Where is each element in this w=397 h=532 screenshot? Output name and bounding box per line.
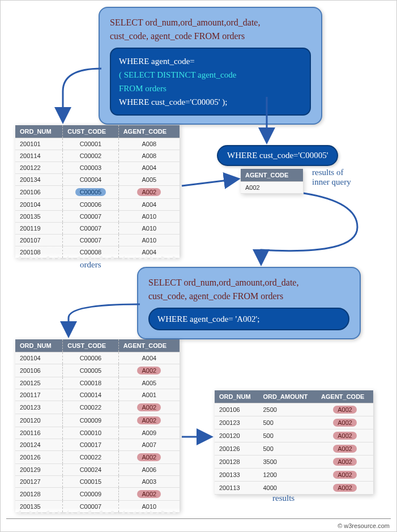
cell: A004	[118, 162, 180, 174]
cell: A001	[118, 389, 180, 401]
cell: 200134	[15, 174, 63, 186]
col-res-ord-num: ORD_NUM	[215, 390, 258, 403]
col-res-ord-amount: ORD_AMOUNT	[258, 390, 317, 403]
cell: C00018	[63, 377, 118, 389]
table-row: 200120500A002	[215, 429, 373, 442]
cell: C00007	[63, 211, 118, 223]
inner-result-label: results of inner query	[312, 168, 351, 187]
table-row: 200135C00007A010	[15, 501, 180, 513]
sql-select-line1: SELECT ord_num,ord_amount,ord_date,	[110, 16, 311, 29]
cell: C00014	[63, 389, 118, 401]
cell: C00006	[63, 352, 118, 364]
cell: 200128	[215, 456, 258, 469]
col-res-agent-code: AGENT_CODE	[317, 390, 373, 403]
cell: A010	[118, 223, 180, 235]
sql-subquery-line2: FROM orders	[119, 84, 167, 93]
cell: C00010	[63, 427, 118, 439]
cell: A010	[118, 501, 180, 513]
orders-label-1: orders	[80, 260, 101, 270]
cell: 200106	[15, 186, 63, 199]
cell: C00005	[63, 186, 118, 199]
table-row: 200101C00001A008	[15, 138, 180, 150]
table-row: 2001134000A002	[215, 482, 373, 495]
cell: 200104	[15, 199, 63, 211]
cell: A008	[118, 138, 180, 150]
table-row: 200116C00010A009	[15, 427, 180, 439]
cell: 200106	[15, 364, 63, 377]
orders-table-2: ORD_NUM CUST_CODE AGENT_CODE 200104C0000…	[15, 339, 180, 512]
table-row: 200126500A002	[215, 442, 373, 456]
cell: 200119	[15, 223, 63, 235]
cell: 200135	[15, 211, 63, 223]
cell: A002	[317, 482, 373, 495]
where-cust-pill: WHERE cust_code='C00005'	[217, 145, 338, 166]
cell: A004	[118, 199, 180, 211]
cell: A009	[118, 427, 180, 439]
cell: A002	[317, 456, 373, 469]
table-row: 200134C00004A005	[15, 174, 180, 186]
cell: A002	[317, 469, 373, 482]
cell: A002	[317, 442, 373, 456]
footer-divider	[6, 518, 391, 519]
cell: 2500	[258, 403, 317, 416]
table-row: 200124C00017A007	[15, 439, 180, 451]
table-row: 200106C00005A002	[15, 186, 180, 199]
table-row: 200107C00007A010	[15, 235, 180, 246]
cell: A002	[317, 403, 373, 416]
cell: A003	[118, 476, 180, 488]
cell: A004	[118, 352, 180, 364]
sql-resolved-line2: cust_code, agent_code FROM orders	[148, 290, 349, 303]
col-agent-code-2: AGENT_CODE	[118, 339, 180, 352]
sql-where-clause: WHERE agent_code=	[119, 54, 302, 68]
cell: 200120	[15, 414, 63, 427]
cell: 200116	[15, 427, 63, 439]
sql-resolved-box: SELECT ord_num,ord_amount,ord_date, cust…	[137, 267, 361, 339]
sql-subquery-line3: WHERE cust_code='C00005' );	[119, 95, 302, 109]
cell: 200114	[15, 150, 63, 162]
table-row: 200135C00007A010	[15, 211, 180, 223]
cell: 200129	[15, 464, 63, 476]
cell: A002	[317, 416, 373, 429]
col-ord-num-2: ORD_NUM	[15, 339, 63, 352]
cell: C00003	[63, 162, 118, 174]
cell: 4000	[258, 482, 317, 495]
sql-resolved-where: WHERE agent_code= 'A002';	[148, 308, 349, 330]
sql-where-box: WHERE agent_code= ( SELECT DISTINCT agen…	[110, 48, 311, 116]
cell: C00009	[63, 414, 118, 427]
cell: 200101	[15, 138, 63, 150]
footer-copyright: © w3resource.com	[338, 522, 390, 529]
cell: 500	[258, 442, 317, 456]
cell: 200113	[215, 482, 258, 495]
table-row: 200119C00007A010	[15, 223, 180, 235]
table-row: 200108C00008A004	[15, 246, 180, 258]
inner-result-table: AGENT_CODE A002	[241, 169, 303, 194]
table-row: 200128C00009A002	[15, 488, 180, 501]
cell: 200124	[15, 439, 63, 451]
table-row: 2001283500A002	[215, 456, 373, 469]
cell: C00022	[63, 451, 118, 464]
cell: A005	[118, 174, 180, 186]
cell: 200125	[15, 377, 63, 389]
table-row: 200106C00005A002	[15, 364, 180, 377]
cell: C00004	[63, 174, 118, 186]
cell: C00015	[63, 476, 118, 488]
cell: 200126	[15, 451, 63, 464]
cell: A002	[118, 488, 180, 501]
cell: 3500	[258, 456, 317, 469]
cell: 500	[258, 416, 317, 429]
cell: A004	[118, 246, 180, 258]
cell: 200107	[15, 235, 63, 246]
table-row: 200122C00003A004	[15, 162, 180, 174]
cell: C00007	[63, 501, 118, 513]
cell: 200122	[15, 162, 63, 174]
table-row: 200127C00015A003	[15, 476, 180, 488]
cell: 200117	[15, 389, 63, 401]
cell: 200120	[215, 429, 258, 442]
cell: A010	[118, 235, 180, 246]
cell: 200123	[215, 416, 258, 429]
cell: A002	[118, 414, 180, 427]
cell: A010	[118, 211, 180, 223]
table-row: 200104C00006A004	[15, 352, 180, 364]
table-row: 2001331200A002	[215, 469, 373, 482]
table-row: 200126C00022A002	[15, 451, 180, 464]
